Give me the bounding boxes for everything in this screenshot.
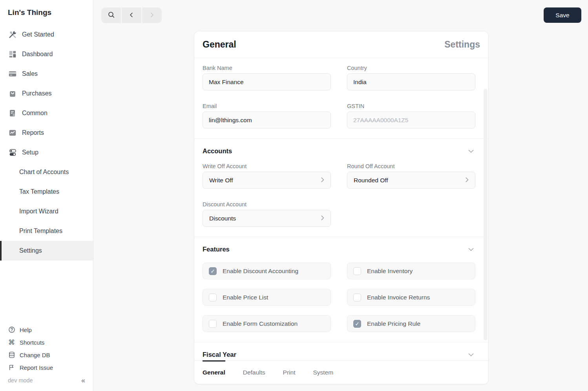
save-button[interactable]: Save [544, 7, 581, 23]
scrollbar-thumb[interactable] [484, 89, 488, 340]
sidebar-subitem-label: Settings [19, 247, 42, 254]
chevron-right-icon [321, 177, 324, 184]
chevron-down-icon[interactable] [467, 246, 475, 253]
form-row: Bank Name Country [203, 65, 475, 90]
back-button[interactable] [122, 7, 141, 23]
sidebar-item-reports[interactable]: Reports [0, 123, 93, 143]
tab-general[interactable]: General [203, 361, 225, 384]
accounts-section-header: Accounts [203, 147, 475, 155]
form-row: Email GSTIN [203, 103, 475, 128]
chevron-right-icon [466, 177, 469, 184]
enable-discount-accounting-toggle[interactable]: Enable Discount Accounting [203, 263, 331, 279]
sidebar-item-print-templates[interactable]: Print Templates [0, 221, 93, 241]
sidebar-item-label: Purchases [22, 90, 52, 97]
features-grid: Enable Discount Accounting Enable Invent… [203, 263, 475, 332]
write-off-account-value: Write Off [209, 177, 233, 184]
sidebar-subitem-label: Import Wizard [19, 208, 58, 215]
checkbox-icon [209, 294, 217, 301]
settings-tab-bar: General Defaults Print System [194, 360, 488, 384]
sidebar-subitem-label: Chart of Accounts [19, 169, 69, 176]
collapse-icon: « [81, 376, 85, 384]
email-input[interactable] [203, 112, 331, 128]
sidebar-subitem-label: Tax Templates [19, 188, 59, 195]
chevron-down-icon[interactable] [467, 352, 475, 358]
fiscal-year-heading: Fiscal Year [203, 351, 236, 358]
tab-defaults[interactable]: Defaults [243, 361, 265, 384]
document-icon [8, 109, 17, 118]
round-off-account-value: Rounded Off [354, 177, 388, 184]
database-icon [8, 351, 15, 359]
tab-print[interactable]: Print [283, 361, 296, 384]
search-button[interactable] [101, 7, 121, 23]
form-row: Discount Account Discounts [203, 201, 475, 227]
fiscal-year-section-header: Fiscal Year [203, 351, 475, 358]
bank-name-input[interactable] [203, 73, 331, 90]
forward-button-disabled[interactable] [142, 7, 162, 23]
feature-label: Enable Inventory [367, 268, 413, 275]
sidebar-item-sales[interactable]: Sales [0, 64, 93, 84]
sidebar-subitem-label: Print Templates [19, 228, 62, 235]
dev-mode-label: dev mode [8, 377, 33, 384]
enable-invoice-returns-toggle[interactable]: Enable Invoice Returns [347, 289, 475, 306]
sidebar-item-dashboard[interactable]: Dashboard [0, 44, 93, 64]
sidebar-item-chart-of-accounts[interactable]: Chart of Accounts [0, 162, 93, 182]
sidebar-item-get-started[interactable]: Get Started [0, 25, 93, 44]
footer-item-label: Shortcuts [20, 339, 44, 346]
settings-form: Bank Name Country Email GSTIN [194, 58, 488, 360]
report-issue-button[interactable]: Report Issue [8, 361, 85, 374]
feature-label: Enable Invoice Returns [367, 294, 430, 301]
chevron-left-icon [128, 11, 135, 20]
report-chart-icon [8, 128, 17, 138]
sidebar-item-tax-templates[interactable]: Tax Templates [0, 182, 93, 202]
section-divider [194, 237, 488, 237]
feature-label: Enable Discount Accounting [223, 268, 298, 275]
write-off-account-select[interactable]: Write Off [203, 172, 331, 189]
discount-account-select[interactable]: Discounts [203, 210, 331, 227]
feature-label: Enable Price List [223, 294, 268, 301]
chevron-down-icon[interactable] [467, 148, 475, 154]
enable-pricing-rule-toggle[interactable]: Enable Pricing Rule [347, 315, 475, 332]
enable-price-list-toggle[interactable]: Enable Price List [203, 289, 331, 306]
page-title: General [203, 39, 236, 50]
sidebar-item-setup[interactable]: Setup [0, 143, 93, 162]
enable-inventory-toggle[interactable]: Enable Inventory [347, 263, 475, 279]
page-subtitle: Settings [444, 39, 480, 50]
sidebar-nav: Get Started Dashboard Sales Purchases Co… [0, 25, 93, 261]
country-input[interactable] [347, 73, 475, 90]
gstin-label: GSTIN [347, 103, 475, 109]
help-button[interactable]: Help [8, 323, 85, 336]
checkbox-icon [353, 320, 361, 328]
feature-label: Enable Form Customization [223, 320, 298, 327]
sidebar-item-label: Get Started [22, 31, 54, 38]
shortcuts-button[interactable]: ⌘ Shortcuts [8, 336, 85, 349]
search-icon [107, 11, 115, 20]
gstin-input[interactable] [347, 112, 475, 128]
collapse-sidebar-button[interactable]: « [81, 376, 85, 385]
sidebar-item-purchases[interactable]: Purchases [0, 84, 93, 103]
bank-name-group: Bank Name [203, 65, 331, 90]
shopping-bag-icon [8, 89, 17, 98]
email-group: Email [203, 103, 331, 128]
nav-button-group [101, 7, 162, 23]
sidebar-item-label: Common [22, 110, 47, 117]
command-icon: ⌘ [8, 339, 15, 346]
sidebar-item-settings[interactable]: Settings [0, 241, 93, 261]
tab-system[interactable]: System [313, 361, 333, 384]
enable-form-customization-toggle[interactable]: Enable Form Customization [203, 315, 331, 332]
sidebar-item-common[interactable]: Common [0, 103, 93, 123]
change-db-button[interactable]: Change DB [8, 349, 85, 361]
section-divider [194, 342, 488, 342]
bank-name-label: Bank Name [203, 65, 331, 71]
accounts-heading: Accounts [203, 147, 232, 155]
country-label: Country [347, 65, 475, 71]
round-off-account-group: Round Off Account Rounded Off [347, 163, 475, 189]
round-off-account-select[interactable]: Rounded Off [347, 172, 475, 189]
help-icon [8, 326, 15, 334]
sidebar-footer: Help ⌘ Shortcuts Change DB Report Issue … [0, 323, 93, 386]
features-heading: Features [203, 246, 230, 253]
sidebar-item-import-wizard[interactable]: Import Wizard [0, 202, 93, 221]
main-content: Save General Settings Bank Name Country … [94, 0, 588, 391]
form-row: Write Off Account Write Off Round Off Ac… [203, 163, 475, 189]
checkbox-icon [353, 294, 361, 301]
section-divider [194, 138, 488, 139]
